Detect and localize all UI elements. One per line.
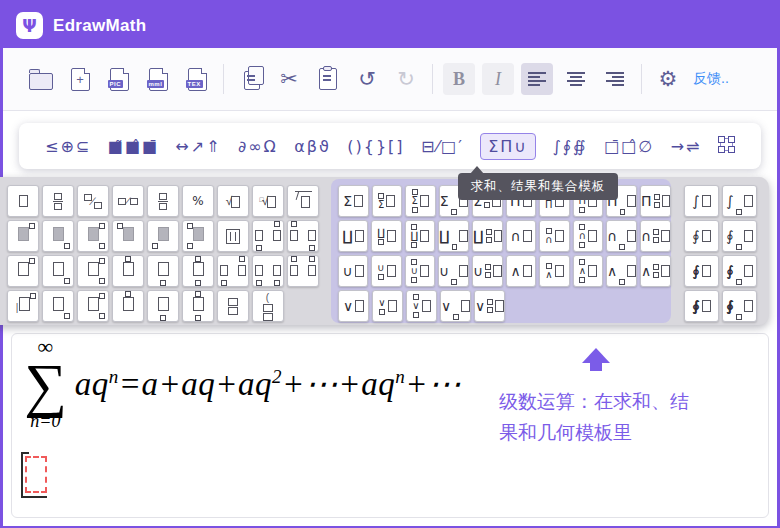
category-relations[interactable]: ≤⊕⊆ bbox=[45, 137, 91, 156]
italic-button[interactable]: I bbox=[482, 63, 514, 95]
template-cell-dfrac[interactable]: ∕ bbox=[77, 185, 109, 217]
template-cell-scrfillbr[interactable] bbox=[42, 220, 74, 252]
category-greek-letters[interactable]: αβϑ bbox=[294, 137, 331, 156]
nary-template-σtop[interactable]: Σ bbox=[372, 185, 403, 217]
integral-template-∰sub[interactable]: ∮∮∮ bbox=[722, 290, 757, 322]
nary-template-πsubsup[interactable]: Π bbox=[640, 185, 671, 217]
nary-template-∐topbot[interactable]: ∐ bbox=[405, 220, 435, 252]
template-cell-scropentrbr[interactable] bbox=[77, 290, 109, 322]
nary-template-∧subsup[interactable]: ∧ bbox=[640, 255, 671, 287]
template-cell-scropenbr[interactable] bbox=[42, 290, 74, 322]
nary-template-∪bot[interactable]: ∪ bbox=[371, 255, 401, 287]
category-labeled-arrows[interactable]: →⇌ bbox=[671, 137, 702, 156]
nary-template-∪topbot[interactable]: ∪ bbox=[405, 255, 435, 287]
template-cell-scrfilltl[interactable] bbox=[112, 220, 144, 252]
nary-template-∐sub[interactable]: ∐ bbox=[438, 220, 469, 252]
template-cell-sfrac[interactable] bbox=[147, 185, 179, 217]
template-cell-scrfilltrbr[interactable] bbox=[77, 220, 109, 252]
integral-template-∮plain[interactable]: ∮ bbox=[684, 220, 719, 252]
export-mml-button[interactable]: mml bbox=[142, 63, 174, 95]
integral-template-∰plain[interactable]: ∮∮∮ bbox=[684, 290, 719, 322]
settings-button[interactable]: ⚙ bbox=[652, 63, 684, 95]
category-integral-templates[interactable]: ∫∮∯ bbox=[552, 137, 587, 156]
template-cell-duobt[interactable] bbox=[217, 255, 249, 287]
nary-template-∨bot[interactable]: ∨ bbox=[372, 290, 403, 322]
nary-template-∨plain[interactable]: ∨ bbox=[338, 290, 369, 322]
undo-button[interactable]: ↺ bbox=[351, 63, 383, 95]
integral-template-∯sub[interactable]: ∮∮ bbox=[722, 255, 757, 287]
nary-template-∐subsup[interactable]: ∐ bbox=[472, 220, 503, 252]
template-cell-scropenb[interactable] bbox=[147, 290, 179, 322]
nary-template-∩subsup[interactable]: ∩ bbox=[640, 220, 671, 252]
template-cell-scropentb[interactable] bbox=[182, 255, 214, 287]
new-document-button[interactable]: + bbox=[64, 63, 96, 95]
template-cell-scrfillbl[interactable] bbox=[147, 220, 179, 252]
template-cell-stk[interactable] bbox=[217, 290, 249, 322]
align-left-button[interactable] bbox=[521, 63, 553, 95]
template-cell-ldiv[interactable] bbox=[287, 185, 319, 217]
template-cell-scropentb[interactable] bbox=[182, 290, 214, 322]
template-cell-scropentr[interactable] bbox=[7, 255, 39, 287]
nary-template-∩top[interactable]: ∩ bbox=[539, 220, 569, 252]
template-cell-scropenb[interactable] bbox=[147, 255, 179, 287]
nary-template-∧plain[interactable]: ∧ bbox=[506, 255, 536, 287]
integral-template-∯plain[interactable]: ∮∮ bbox=[684, 255, 719, 287]
integral-template-∫plain[interactable]: ∫ bbox=[684, 185, 719, 217]
template-cell-scrfilltlbl[interactable] bbox=[182, 220, 214, 252]
template-cell-scrfilltr[interactable] bbox=[7, 220, 39, 252]
nary-template-∪sub[interactable]: ∪ bbox=[438, 255, 469, 287]
template-cell-scropent[interactable] bbox=[112, 290, 144, 322]
template-cell-scropentr|[interactable]: | bbox=[7, 290, 39, 322]
equation-canvas[interactable]: ∞ ∑ n=0 aqn=a+aq+aq2+⋯+aqn+⋯ 级数运算：在求和、结 … bbox=[11, 333, 769, 518]
template-cell-box[interactable] bbox=[7, 185, 39, 217]
integral-template-∫sub[interactable]: ∫ bbox=[722, 185, 757, 217]
template-cell-tri[interactable] bbox=[217, 220, 249, 252]
nary-template-∐bot[interactable]: ∐ bbox=[371, 220, 401, 252]
integral-template-∮sub[interactable]: ∮ bbox=[722, 220, 757, 252]
category-arrows[interactable]: ↔↗⇑ bbox=[175, 137, 221, 156]
nary-template-∩topbot[interactable]: ∩ bbox=[573, 220, 603, 252]
category-bar-hat-templates[interactable]: □̄□̂∅ bbox=[604, 137, 654, 156]
category-misc-symbols[interactable]: ∂∞Ω bbox=[238, 137, 278, 156]
nary-template-∐plain[interactable]: ∐ bbox=[338, 220, 368, 252]
category-fraction-radical-templates[interactable]: ⊟⁄□′ bbox=[421, 137, 464, 156]
export-pic-button[interactable]: PIC bbox=[103, 63, 135, 95]
nary-template-∩plain[interactable]: ∩ bbox=[506, 220, 536, 252]
paste-button[interactable] bbox=[312, 63, 344, 95]
template-cell-duobb[interactable] bbox=[252, 255, 284, 287]
feedback-link[interactable]: 反馈.. bbox=[693, 63, 729, 95]
insertion-cursor[interactable] bbox=[21, 452, 55, 498]
nary-template-∪subsup[interactable]: ∪ bbox=[472, 255, 503, 287]
nary-template-∨sub[interactable]: ∨ bbox=[440, 290, 471, 322]
bold-button[interactable]: B bbox=[443, 63, 475, 95]
nary-template-∪plain[interactable]: ∪ bbox=[338, 255, 368, 287]
template-cell-scropent[interactable] bbox=[112, 255, 144, 287]
nary-template-∧sub[interactable]: ∧ bbox=[606, 255, 637, 287]
nary-template-∨subsup[interactable]: ∨ bbox=[474, 290, 505, 322]
nary-template-∩sub[interactable]: ∩ bbox=[606, 220, 637, 252]
nary-template-σtopbot[interactable]: Σ bbox=[405, 185, 436, 217]
align-right-button[interactable] bbox=[599, 63, 631, 95]
category-accented-boxes[interactable]: ■̃■̂■̄ bbox=[108, 137, 159, 156]
export-tex-button[interactable]: TEX bbox=[181, 63, 213, 95]
cut-button[interactable]: ✂ bbox=[273, 63, 305, 95]
template-cell-duott[interactable] bbox=[287, 255, 319, 287]
template-cell-scropenbr[interactable] bbox=[42, 255, 74, 287]
template-cell-vfrac[interactable] bbox=[42, 185, 74, 217]
template-cell-stk([interactable]: ( bbox=[252, 290, 284, 322]
template-cell-sqrt[interactable]: √ bbox=[217, 185, 249, 217]
nary-template-σplain[interactable]: Σ bbox=[338, 185, 369, 217]
template-cell-lfrac[interactable]: ∕ bbox=[112, 185, 144, 217]
template-cell-duotb[interactable] bbox=[287, 220, 319, 252]
category-matrix-templates[interactable] bbox=[718, 136, 735, 157]
nary-template-∧top[interactable]: ∧ bbox=[539, 255, 569, 287]
nary-template-∨topbot[interactable]: ∨ bbox=[406, 290, 437, 322]
nary-template-∧topbot[interactable]: ∧ bbox=[573, 255, 603, 287]
align-center-button[interactable] bbox=[560, 63, 592, 95]
template-cell-pct%[interactable]: % bbox=[182, 185, 214, 217]
template-cell-nroot[interactable]: □√ bbox=[252, 185, 284, 217]
category-brackets[interactable]: (){}[] bbox=[347, 137, 404, 156]
template-cell-duobt[interactable] bbox=[252, 220, 284, 252]
copy-button[interactable] bbox=[234, 63, 266, 95]
template-cell-scropentrbr[interactable] bbox=[77, 255, 109, 287]
